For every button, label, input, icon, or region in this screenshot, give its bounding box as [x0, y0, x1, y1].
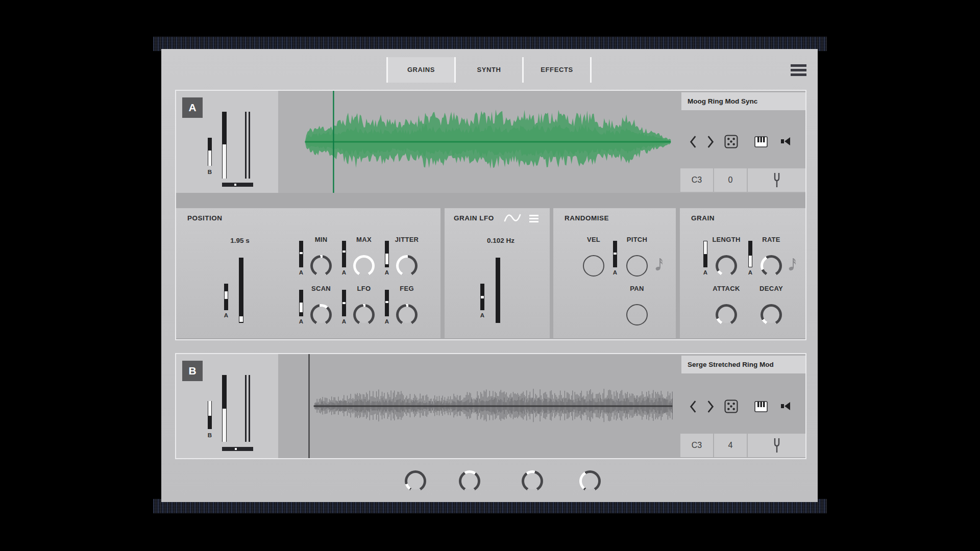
layer-a-level-slider[interactable]	[222, 112, 227, 179]
length-knob[interactable]	[716, 255, 737, 277]
layer-a-range-line	[249, 112, 250, 179]
knob-label: LFO	[348, 285, 380, 292]
layer-b-section: B B Serge Stretched Ring Mod	[175, 353, 806, 459]
panel-title: GRAIN	[691, 214, 715, 222]
min-knob[interactable]	[310, 255, 332, 277]
panel-title: POSITION	[187, 214, 223, 222]
mix-slider-label: B	[204, 432, 216, 438]
main-menu-icon[interactable]	[791, 64, 806, 76]
mod-source-label: A	[381, 318, 393, 324]
random-sample-dice-icon[interactable]	[724, 135, 738, 148]
knob-label: PAN	[621, 285, 653, 292]
layer-a-mix-slider[interactable]	[208, 138, 212, 166]
grain-panel: GRAIN LENGTH A RATE A ATTACK DECAY	[680, 208, 805, 338]
speaker-icon[interactable]	[780, 400, 793, 412]
panel-title: GRAIN LFO	[454, 214, 494, 222]
prev-sample-icon[interactable]	[690, 400, 697, 413]
lfo-rate-slider[interactable]	[496, 258, 500, 323]
mix-slider-label: B	[204, 169, 216, 175]
pan-knob[interactable]	[626, 304, 648, 325]
jitter-mod-slider[interactable]	[385, 241, 389, 267]
min-mod-slider[interactable]	[299, 241, 303, 267]
lfo-knob[interactable]	[353, 304, 375, 325]
next-sample-icon[interactable]	[707, 135, 714, 148]
waveform-display-b[interactable]	[278, 354, 673, 458]
keyboard-icon[interactable]	[754, 136, 768, 147]
macro-knob-3[interactable]	[522, 470, 543, 492]
sample-name-a[interactable]: Moog Ring Mod Sync	[681, 92, 805, 110]
randomise-mod-slider[interactable]	[613, 241, 617, 267]
tuning-fork-icon	[772, 437, 781, 454]
rate-mod-slider[interactable]	[748, 241, 752, 267]
layer-b-range-line	[245, 375, 247, 442]
knob-label: VEL	[578, 236, 609, 243]
randomise-panel: RANDOMISE VEL A PITCH PAN	[553, 208, 676, 338]
tuning-fork-button-b[interactable]	[748, 434, 805, 457]
layer-a-pan-slider[interactable]	[222, 183, 253, 187]
lfo-wave-icon[interactable]	[504, 213, 521, 222]
transpose-a[interactable]: 0	[714, 168, 747, 192]
next-sample-icon[interactable]	[707, 400, 714, 413]
scan-knob[interactable]	[310, 304, 332, 325]
lfo-mod-slider[interactable]	[480, 284, 484, 310]
layer-b-badge: B	[182, 361, 203, 381]
macro-knob-1[interactable]	[405, 470, 426, 492]
max-mod-slider[interactable]	[342, 241, 346, 267]
lfo-rate-value: 0.102 Hz	[473, 237, 529, 244]
knob-label: SCAN	[305, 285, 337, 292]
macro-knob-2[interactable]	[459, 470, 480, 492]
random-sample-dice-icon[interactable]	[724, 399, 738, 413]
macro-knob-4[interactable]	[579, 470, 601, 492]
prev-sample-icon[interactable]	[690, 135, 697, 148]
keyboard-icon[interactable]	[754, 401, 768, 412]
tuning-fork-icon	[772, 172, 781, 188]
feg-mod-slider[interactable]	[385, 290, 389, 316]
tab-divider	[590, 57, 592, 83]
layer-b-mix-slider[interactable]	[208, 401, 212, 429]
lfo-menu-icon[interactable]	[529, 215, 538, 224]
position-slider[interactable]	[239, 258, 243, 323]
note-sync-icon[interactable]	[788, 256, 797, 271]
tab-synth[interactable]: SYNTH	[456, 57, 522, 83]
knob-label: LENGTH	[708, 236, 744, 243]
mod-source-label: A	[295, 318, 307, 324]
feg-knob[interactable]	[396, 304, 418, 325]
layer-a-sample-row: A B Moog Ring Mod Sync	[176, 91, 805, 193]
layer-b-mixer-block: B B	[176, 354, 278, 458]
footer-bar: Soniccouture IanBoddy Polarity I Modular	[161, 459, 818, 502]
sample-name-b[interactable]: Serge Stretched Ring Mod	[681, 356, 805, 373]
position-value: 1.95 s	[212, 237, 268, 244]
root-key-a[interactable]: C3	[680, 168, 713, 192]
jitter-knob[interactable]	[396, 255, 418, 277]
layer-b-level-slider[interactable]	[222, 375, 227, 442]
vel-knob[interactable]	[583, 255, 604, 277]
mod-source-label: A	[476, 312, 488, 318]
speaker-icon[interactable]	[780, 136, 793, 147]
tab-grains[interactable]: GRAINS	[388, 57, 454, 83]
mod-source-label: A	[295, 269, 307, 276]
scan-mod-slider[interactable]	[299, 290, 303, 316]
layer-a-badge: A	[182, 97, 203, 118]
max-knob[interactable]	[353, 255, 375, 277]
waveform-display-a[interactable]	[278, 91, 673, 193]
layer-b-sample-block: Serge Stretched Ring Mod C3 4	[673, 354, 805, 458]
mod-source-label: A	[338, 318, 350, 324]
mod-source-label: A	[220, 312, 232, 318]
tab-effects[interactable]: EFFECTS	[524, 57, 590, 83]
root-key-b[interactable]: C3	[680, 434, 713, 457]
layer-a-mixer-block: A B	[176, 91, 278, 193]
pitch-knob[interactable]	[626, 255, 648, 277]
layer-b-pan-slider[interactable]	[222, 447, 253, 451]
decay-knob[interactable]	[761, 304, 782, 325]
lfo-mod-slider[interactable]	[342, 290, 346, 316]
transpose-b[interactable]: 4	[714, 434, 747, 457]
rate-knob[interactable]	[761, 255, 782, 277]
tuning-fork-button-a[interactable]	[748, 168, 805, 192]
attack-knob[interactable]	[716, 304, 737, 325]
layer-a-sample-block: Moog Ring Mod Sync C3 0	[673, 91, 805, 193]
length-mod-slider[interactable]	[703, 241, 707, 267]
knob-label: FEG	[391, 285, 423, 292]
position-mod-slider[interactable]	[224, 284, 228, 310]
note-sync-icon[interactable]	[655, 256, 664, 271]
position-panel: POSITION 1.95 s A MIN A MAX A JITTER	[176, 208, 440, 338]
